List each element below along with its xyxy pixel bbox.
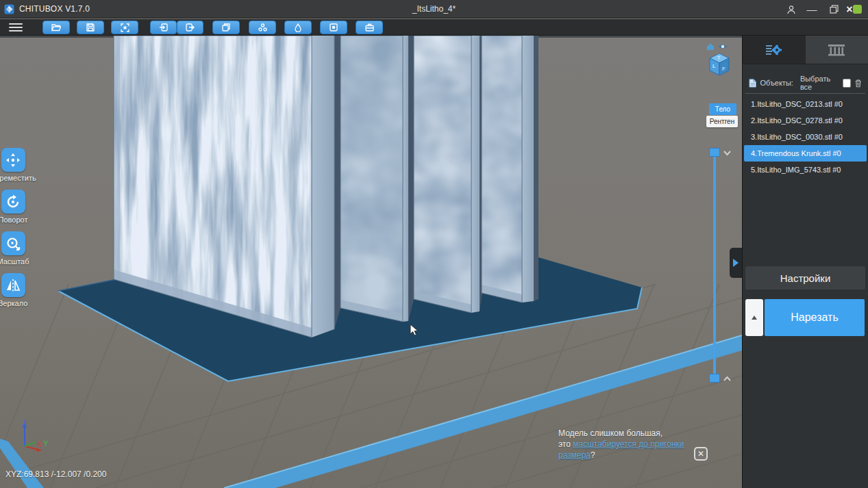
- close-icon: ×: [846, 3, 852, 16]
- body-mode-button[interactable]: Тело: [709, 103, 736, 115]
- objects-header: Объекты: Выбрать все: [743, 75, 868, 90]
- object-list-item[interactable]: 2.ItsLitho_DSC_0278.stl #0: [744, 112, 867, 129]
- play-arrow-icon: [733, 259, 739, 267]
- slice-button[interactable]: Нарезать: [765, 299, 865, 336]
- cube-front-label: F: [722, 66, 726, 72]
- hollow-button[interactable]: [284, 21, 312, 34]
- tool-rotate[interactable]: Поворот: [0, 190, 38, 224]
- tool-move[interactable]: Переместить: [0, 148, 38, 182]
- render-mode-toggle: Тело Рентген: [706, 103, 738, 127]
- layer-slider-handle-bottom[interactable]: [709, 374, 720, 383]
- app-logo-icon: [4, 4, 14, 14]
- arrange-icon: [258, 23, 267, 31]
- chevron-up-icon[interactable]: [723, 375, 732, 382]
- chitubox-window: CHITUBOX V1.7.0 _ItsLitho_4* — ×: [0, 0, 868, 488]
- copy-button[interactable]: [212, 21, 240, 34]
- main-toolbar: [0, 19, 868, 36]
- warning-close-button[interactable]: ✕: [694, 447, 708, 461]
- objects-label: Объекты:: [760, 79, 793, 87]
- tab-supports[interactable]: [806, 36, 868, 64]
- slice-options-button[interactable]: [745, 299, 763, 336]
- lithophane-panel-4: [482, 36, 538, 303]
- dig-hole-icon: [330, 23, 338, 31]
- warning-line1: Модель слишком большая,: [558, 428, 692, 439]
- arrow-into-box-icon: [159, 23, 168, 31]
- scene-canvas: [0, 36, 742, 488]
- cursor-highlight: [853, 5, 862, 14]
- object-list-item[interactable]: 5.ItsLitho_IMG_5743.stl #0: [744, 162, 867, 178]
- document-icon: [749, 78, 756, 88]
- mirror-icon[interactable]: [1, 273, 25, 297]
- warning-line2: это масштабируется до пригонки размера?: [558, 439, 692, 461]
- tool-mirror[interactable]: Зеркало: [0, 273, 38, 307]
- right-panel-tabs: [743, 36, 868, 64]
- scale-icon[interactable]: [1, 231, 25, 255]
- chevron-down-icon[interactable]: [723, 150, 732, 157]
- lithophane-panel-2: [340, 36, 408, 322]
- divider: [745, 93, 865, 94]
- layer-slider-handle-top[interactable]: [709, 148, 720, 157]
- dig-hole-button[interactable]: [320, 21, 347, 34]
- restore-icon: [830, 5, 839, 14]
- axis-gizmo: Z X Y: [14, 419, 55, 457]
- right-panel: Объекты: Выбрать все 1.ItsLitho_DSC_0213…: [742, 36, 868, 488]
- axis-x-label: X: [37, 440, 42, 448]
- settings-button[interactable]: Настройки: [745, 266, 865, 290]
- open-file-button[interactable]: [42, 21, 70, 34]
- trash-icon[interactable]: [854, 78, 862, 88]
- support-pillars-icon: [828, 43, 845, 57]
- toolbox-button[interactable]: [356, 21, 383, 34]
- title-bar: CHITUBOX V1.7.0 _ItsLitho_4* — ×: [0, 0, 868, 18]
- viewport-3d[interactable]: Переместить Поворот Масштаб Зеркало: [0, 36, 742, 488]
- rotate-icon[interactable]: [1, 190, 25, 214]
- droplet-icon: [295, 23, 301, 32]
- view-cube[interactable]: T L F: [702, 41, 737, 85]
- app-title: CHITUBOX V1.7.0: [19, 4, 90, 14]
- user-icon: [786, 5, 796, 14]
- lithophane-panel-3: [414, 36, 480, 313]
- arrow-out-of-box-icon: [186, 23, 195, 31]
- cube-left-label: L: [712, 63, 716, 69]
- xray-mode-button[interactable]: Рентген: [706, 116, 738, 127]
- object-list: 1.ItsLitho_DSC_0213.stl #0 2.ItsLitho_DS…: [744, 96, 867, 178]
- select-all-checkbox[interactable]: [843, 79, 851, 88]
- object-list-item[interactable]: 1.ItsLitho_DSC_0213.stl #0: [744, 96, 867, 112]
- tool-rotate-label: Поворот: [0, 216, 27, 224]
- coordinates-status: XYZ:69.813 /-12.007 /0.200: [5, 470, 106, 479]
- move-icon[interactable]: [1, 148, 25, 172]
- tool-move-label: Переместить: [0, 174, 36, 182]
- export-button[interactable]: [177, 21, 203, 34]
- transform-tool-palette: Переместить Поворот Масштаб Зеркало: [0, 148, 38, 315]
- toolbox-icon: [365, 23, 374, 31]
- auto-arrange-button[interactable]: [249, 21, 276, 34]
- frame-select-button[interactable]: [111, 21, 138, 34]
- object-list-item-selected[interactable]: 4.Tremendous Krunk.stl #0: [744, 145, 867, 162]
- list-gear-icon: [765, 43, 783, 57]
- close-button[interactable]: ×: [842, 0, 864, 18]
- save-button[interactable]: [77, 21, 104, 34]
- axis-y-label: Y: [43, 439, 49, 448]
- menu-button[interactable]: [9, 22, 23, 33]
- document-title: _ItsLitho_4*: [0, 4, 868, 14]
- tool-mirror-label: Зеркало: [0, 299, 27, 307]
- account-button[interactable]: [780, 0, 802, 18]
- panel-expand-tab[interactable]: [730, 248, 742, 278]
- minimize-button[interactable]: —: [801, 0, 823, 18]
- scale-to-fit-link[interactable]: масштабируется до пригонки размера: [558, 439, 684, 460]
- scale-warning-message: Модель слишком большая, это масштабирует…: [558, 428, 692, 461]
- import-button[interactable]: [150, 21, 177, 34]
- view-cube-solid[interactable]: T L F: [710, 53, 729, 75]
- home-icon[interactable]: [707, 44, 714, 51]
- select-all-label: Выбрать все: [800, 75, 839, 91]
- tool-scale[interactable]: Масштаб: [0, 231, 38, 266]
- layer-slider-track[interactable]: [713, 152, 716, 379]
- close-x-icon: ✕: [697, 449, 704, 459]
- arrow-up-icon: [752, 316, 757, 320]
- save-icon: [86, 23, 95, 31]
- object-list-item[interactable]: 3.ItsLitho_DSC_0030.stl #0: [744, 129, 867, 145]
- eye-icon[interactable]: [718, 44, 728, 49]
- axis-z-label: Z: [22, 419, 27, 427]
- frame-select-icon: [121, 23, 129, 32]
- tab-object-settings[interactable]: [743, 36, 806, 64]
- open-folder-icon: [51, 23, 61, 31]
